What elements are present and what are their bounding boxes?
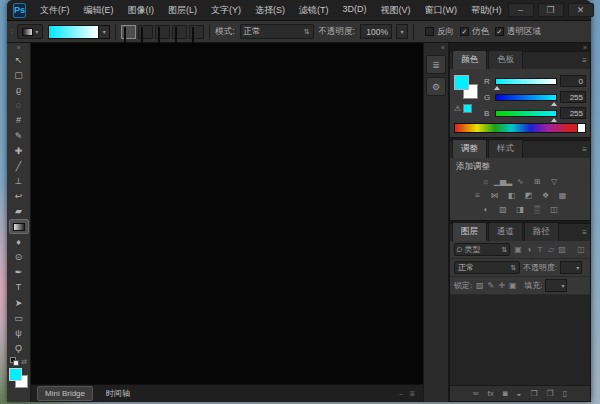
reflected-gradient-button[interactable] — [172, 25, 187, 39]
filter-smart-objects-icon[interactable]: ▨ — [557, 245, 567, 254]
swap-colors-icon[interactable]: ⇄ — [21, 358, 27, 366]
tab-adjustments[interactable]: 调整 — [452, 139, 487, 158]
menu-编辑(E)[interactable]: 编辑(E) — [78, 2, 120, 19]
blur-tool[interactable]: ♦ — [9, 234, 29, 249]
brush-tool[interactable]: ╱ — [9, 158, 29, 173]
radial-gradient-button[interactable] — [138, 25, 153, 39]
tab-channels[interactable]: 通道 — [488, 222, 523, 241]
close-button[interactable]: ✕ — [568, 3, 594, 17]
new-group-icon[interactable]: ❒ — [530, 389, 537, 398]
gamut-warning[interactable]: ⚠ — [454, 104, 472, 113]
linear-gradient-button[interactable] — [121, 25, 136, 39]
path-selection-tool[interactable]: ➤ — [9, 295, 29, 310]
gradient-map-icon[interactable]: ▒ — [530, 203, 544, 215]
crop-tool[interactable]: # — [9, 113, 29, 128]
menu-文件(F)[interactable]: 文件(F) — [34, 2, 76, 19]
menu-文字(Y)[interactable]: 文字(Y) — [205, 2, 247, 19]
gradient-tool[interactable] — [9, 219, 29, 234]
invert-icon[interactable]: ◐ — [479, 203, 493, 215]
slider-track[interactable] — [495, 94, 557, 101]
tool-preset-picker[interactable]: ▾ — [17, 24, 43, 39]
tab-layers[interactable]: 图层 — [452, 222, 487, 241]
panel-menu-icon[interactable]: ≡ — [582, 145, 587, 154]
menu-滤镜(T)[interactable]: 滤镜(T) — [293, 2, 335, 19]
layer-style-icon[interactable]: fx — [488, 389, 494, 398]
lock-all-icon[interactable]: ▣ — [508, 281, 517, 290]
blend-mode-select[interactable]: 正常 ⇅ — [240, 24, 314, 39]
angle-gradient-button[interactable] — [155, 25, 170, 39]
lock-position-icon[interactable]: ✛ — [497, 281, 506, 290]
filter-pixel-layers-icon[interactable]: ▣ — [513, 245, 523, 254]
panel-menu-icon[interactable]: ≡ — [582, 228, 587, 237]
type-tool[interactable]: T — [9, 280, 29, 295]
checkbox-transparency[interactable]: 透明区域 — [495, 26, 541, 38]
layer-fill-input[interactable]: ▾ — [545, 279, 567, 292]
tab-styles[interactable]: 样式 — [488, 139, 523, 158]
lasso-tool[interactable]: ϱ — [9, 82, 29, 97]
panel-menu-icon[interactable]: ≡ — [582, 56, 587, 65]
slider-thumb-icon[interactable] — [494, 86, 500, 90]
layer-blend-mode-select[interactable]: 正常 ⇅ — [454, 261, 520, 274]
checkbox-dither[interactable]: 仿色 — [460, 26, 489, 38]
layer-filter-type-select[interactable]: Ϙ 类型 ⇅ — [454, 243, 510, 256]
menu-视图(V)[interactable]: 视图(V) — [375, 2, 417, 19]
opacity-input[interactable]: 100% — [360, 24, 392, 39]
color-lookup-icon[interactable]: ▦ — [556, 189, 570, 201]
toolbar-collapse-icon[interactable]: » — [17, 43, 21, 52]
quick-selection-tool[interactable]: ◌ — [9, 98, 29, 113]
tab-swatches[interactable]: 色板 — [488, 50, 523, 69]
rectangle-tool[interactable]: ▭ — [9, 310, 29, 325]
gradient-editor-preview[interactable]: ▾ — [48, 25, 110, 39]
slider-thumb-icon[interactable] — [551, 118, 557, 122]
filter-type-layers-icon[interactable]: T — [535, 245, 545, 254]
layer-opacity-input[interactable]: ▾ — [560, 261, 582, 274]
gradient-picker-arrow[interactable]: ▾ — [98, 26, 109, 38]
mini-bridge-button[interactable]: Mini Bridge — [37, 386, 93, 401]
default-colors-icon[interactable] — [10, 357, 19, 366]
zoom-tool[interactable]: Ϙ — [9, 341, 29, 356]
eraser-tool[interactable]: ▰ — [9, 204, 29, 219]
hand-tool[interactable]: ψ — [9, 325, 29, 340]
slider-value[interactable]: 255 — [560, 91, 586, 103]
delete-layer-icon[interactable]: ▯ — [563, 389, 567, 398]
move-tool[interactable]: ↖ — [9, 52, 29, 67]
brightness-contrast-icon[interactable]: ☼ — [479, 175, 493, 187]
checkbox-reverse[interactable]: 反向 — [425, 26, 454, 38]
slider-value[interactable]: 0 — [560, 75, 586, 87]
menu-图层(L)[interactable]: 图层(L) — [162, 2, 203, 19]
black-white-icon[interactable]: ◧ — [505, 189, 519, 201]
exposure-icon[interactable]: ⊞ — [530, 175, 544, 187]
curves-icon[interactable]: ∿ — [513, 175, 527, 187]
add-layer-mask-icon[interactable]: ◙ — [503, 389, 508, 398]
minimize-button[interactable]: – — [508, 3, 534, 17]
pen-tool[interactable]: ✒ — [9, 265, 29, 280]
properties-panel-icon[interactable]: ⚙ — [426, 77, 446, 96]
new-adjustment-layer-icon[interactable]: ◒ — [517, 389, 522, 398]
color-balance-icon[interactable]: ⋈ — [488, 189, 502, 201]
canvas[interactable] — [31, 43, 423, 384]
diamond-gradient-button[interactable] — [189, 25, 204, 39]
timeline-button[interactable]: 时间轴 — [99, 386, 137, 401]
history-panel-icon[interactable]: ≣ — [426, 55, 446, 74]
levels-icon[interactable]: ▁▅▂ — [496, 175, 510, 187]
opacity-dropdown-button[interactable]: ▾ — [396, 24, 408, 39]
threshold-icon[interactable]: ◨ — [513, 203, 527, 215]
rectangular-marquee-tool[interactable]: ▢ — [9, 67, 29, 82]
spot-healing-brush-tool[interactable]: ✚ — [9, 143, 29, 158]
menu-帮助(H)[interactable]: 帮助(H) — [465, 2, 508, 19]
link-layers-icon[interactable]: ∞ — [473, 389, 479, 398]
posterize-icon[interactable]: ▧ — [496, 203, 510, 215]
slider-track[interactable] — [495, 110, 557, 117]
photo-filter-icon[interactable]: ◩ — [522, 189, 536, 201]
slider-value[interactable]: 255 — [560, 107, 586, 119]
eyedropper-tool[interactable]: ✎ — [9, 128, 29, 143]
dock-expand-icon[interactable]: « — [441, 43, 448, 52]
tab-color[interactable]: 颜色 — [452, 50, 487, 69]
hue-saturation-icon[interactable]: ≡ — [471, 189, 485, 201]
foreground-color-swatch[interactable] — [9, 368, 22, 381]
slider-track[interactable] — [495, 78, 557, 85]
lock-pixels-icon[interactable]: ✎ — [486, 281, 495, 290]
filter-adjustment-layers-icon[interactable]: ◑ — [524, 245, 534, 254]
spectrum-white-swatch[interactable] — [578, 123, 586, 133]
history-brush-tool[interactable]: ↩ — [9, 189, 29, 204]
